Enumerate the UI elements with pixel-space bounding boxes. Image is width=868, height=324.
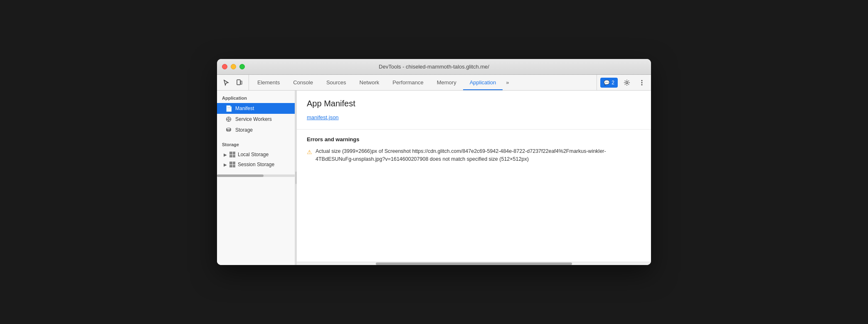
devtools-window: DevTools - chiseled-mammoth-talos.glitch… xyxy=(217,59,651,265)
warning-text: Actual size (3999×2666)px of Screenshot … xyxy=(316,147,641,163)
sidebar-item-session-storage[interactable]: ▶ Session Storage xyxy=(217,160,295,169)
warning-item: ⚠ Actual size (3999×2666)px of Screensho… xyxy=(307,147,641,163)
svg-point-3 xyxy=(641,80,643,81)
app-manifest-title: App Manifest xyxy=(307,99,641,108)
more-tabs-button[interactable]: » xyxy=(503,75,512,90)
vertical-dots-icon xyxy=(639,79,645,86)
errors-title: Errors and warnings xyxy=(307,136,641,142)
title-bar: DevTools - chiseled-mammoth-talos.glitch… xyxy=(217,59,651,75)
messages-badge-button[interactable]: 💬 2 xyxy=(600,78,618,88)
tab-console[interactable]: Console xyxy=(286,75,320,90)
svg-rect-1 xyxy=(241,81,242,84)
tab-performance[interactable]: Performance xyxy=(386,75,430,90)
content-area: App Manifest manifest.json Errors and wa… xyxy=(297,91,651,262)
warning-icon: ⚠ xyxy=(307,148,312,157)
expand-session-storage-arrow[interactable]: ▶ xyxy=(224,162,227,167)
session-storage-label: Session Storage xyxy=(238,162,274,167)
bottom-scrollbar-thumb xyxy=(376,263,572,265)
storage-icon xyxy=(225,127,232,133)
svg-point-12 xyxy=(227,128,231,130)
svg-rect-0 xyxy=(237,80,240,85)
more-options-button[interactable] xyxy=(636,77,648,88)
resize-handle-indicator xyxy=(296,172,296,184)
device-icon xyxy=(236,79,243,86)
local-storage-grid-icon xyxy=(229,152,235,157)
badge-count: 2 xyxy=(612,80,614,86)
settings-button[interactable] xyxy=(621,77,633,88)
sidebar-scrollbar[interactable] xyxy=(217,174,295,177)
sidebar-item-storage[interactable]: Storage xyxy=(217,125,295,135)
sidebar: Application 📄 Manifest Service Wor xyxy=(217,91,295,265)
expand-local-storage-arrow[interactable]: ▶ xyxy=(224,152,227,157)
svg-point-7 xyxy=(228,118,229,120)
cursor-icon xyxy=(223,79,229,86)
tab-network[interactable]: Network xyxy=(353,75,386,90)
tab-elements[interactable]: Elements xyxy=(251,75,286,90)
svg-point-2 xyxy=(626,81,628,83)
badge-icon: 💬 xyxy=(604,80,610,86)
device-toolbar-button[interactable] xyxy=(234,77,245,88)
window-title: DevTools - chiseled-mammoth-talos.glitch… xyxy=(379,64,489,70)
minimize-button[interactable] xyxy=(231,64,236,69)
service-workers-icon xyxy=(225,116,232,123)
tab-list: Elements Console Sources Network Perform… xyxy=(251,75,595,90)
svg-point-5 xyxy=(641,84,643,85)
sidebar-storage-section: Storage ▶ Local Storage ▶ Session Storag… xyxy=(217,135,295,169)
content-wrapper: App Manifest manifest.json Errors and wa… xyxy=(297,91,651,265)
close-button[interactable] xyxy=(222,64,227,69)
storage-section-label: Storage xyxy=(217,139,295,150)
sidebar-item-service-workers[interactable]: Service Workers xyxy=(217,114,295,125)
toolbar-icons xyxy=(220,75,249,90)
toolbar: Elements Console Sources Network Perform… xyxy=(217,75,651,91)
maximize-button[interactable] xyxy=(239,64,245,69)
bottom-scrollbar[interactable] xyxy=(297,262,651,265)
inspect-element-button[interactable] xyxy=(220,77,232,88)
sidebar-item-manifest-label: Manifest xyxy=(235,106,254,111)
toolbar-right: 💬 2 xyxy=(597,75,648,90)
manifest-link[interactable]: manifest.json xyxy=(307,114,339,120)
sidebar-scrollbar-thumb xyxy=(217,174,264,177)
local-storage-label: Local Storage xyxy=(238,152,269,157)
application-section-label: Application xyxy=(217,91,295,103)
tab-sources[interactable]: Sources xyxy=(320,75,353,90)
main-content: Application 📄 Manifest Service Wor xyxy=(217,91,651,265)
traffic-lights xyxy=(222,64,245,69)
session-storage-grid-icon xyxy=(229,162,235,167)
bottom-scrollbar-track xyxy=(376,263,572,265)
sidebar-item-storage-label: Storage xyxy=(235,127,253,133)
errors-section: Errors and warnings ⚠ Actual size (3999×… xyxy=(297,130,651,170)
manifest-section: App Manifest manifest.json xyxy=(297,91,651,130)
svg-point-4 xyxy=(641,82,643,83)
manifest-icon: 📄 xyxy=(225,105,232,112)
tab-memory[interactable]: Memory xyxy=(430,75,463,90)
sidebar-item-manifest[interactable]: 📄 Manifest xyxy=(217,103,295,114)
sidebar-item-service-workers-label: Service Workers xyxy=(235,116,272,122)
gear-icon xyxy=(624,79,630,86)
sidebar-item-local-storage[interactable]: ▶ Local Storage xyxy=(217,150,295,160)
tab-application[interactable]: Application xyxy=(463,75,503,90)
